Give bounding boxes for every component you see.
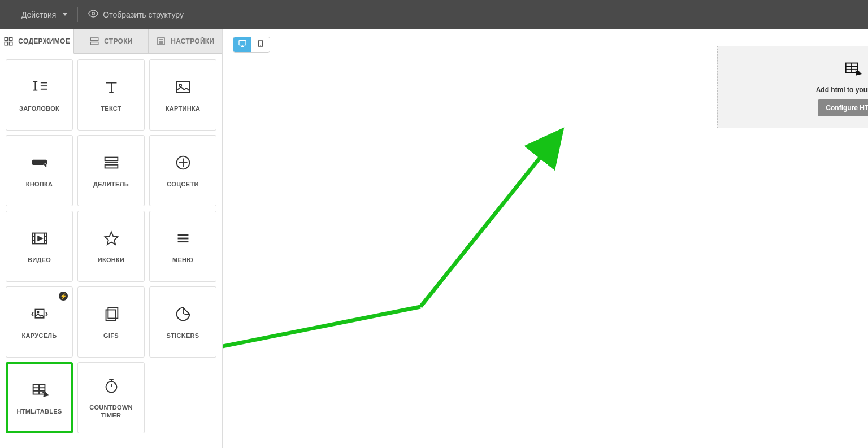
svg-line-54 bbox=[420, 131, 562, 307]
svg-point-41 bbox=[106, 381, 116, 392]
svg-rect-5 bbox=[90, 38, 98, 41]
svg-point-15 bbox=[179, 84, 181, 86]
tile-menu[interactable]: МЕНЮ bbox=[149, 211, 216, 282]
countdown-timer-icon bbox=[102, 376, 121, 395]
tile-social[interactable]: СОЦСЕТИ bbox=[149, 135, 216, 206]
desktop-icon bbox=[238, 39, 247, 50]
chevron-down-icon bbox=[63, 13, 67, 16]
svg-rect-3 bbox=[10, 42, 12, 45]
eye-icon bbox=[88, 8, 98, 20]
stickers-icon bbox=[173, 305, 193, 324]
display-structure-button[interactable]: Отобразить структуру bbox=[78, 0, 194, 29]
tile-stickers-label: STICKERS bbox=[164, 332, 201, 340]
heading-icon bbox=[30, 77, 49, 97]
device-toggle bbox=[233, 37, 270, 53]
tile-stickers[interactable]: STICKERS bbox=[149, 286, 216, 358]
tile-gifs-label: GIFS bbox=[101, 332, 121, 340]
tile-text[interactable]: ТЕКСТ bbox=[77, 59, 145, 131]
content-tiles: ЗАГОЛОВОК ТЕКСТ КАРТИНКА КНОПКА bbox=[0, 54, 222, 439]
svg-rect-1 bbox=[5, 37, 8, 40]
tile-button-label: КНОПКА bbox=[24, 180, 55, 188]
tile-carousel-label: КАРУСЕЛЬ bbox=[20, 332, 59, 340]
tile-carousel[interactable]: ⚡ КАРУСЕЛЬ bbox=[6, 286, 73, 358]
tile-divider[interactable]: ДЕЛИТЕЛЬ bbox=[77, 135, 145, 206]
tile-html-tables[interactable]: HTML/TABLES bbox=[6, 362, 73, 433]
carousel-icon bbox=[30, 305, 49, 324]
html-tables-icon bbox=[30, 380, 49, 399]
image-icon bbox=[173, 77, 193, 97]
grid-icon bbox=[3, 36, 14, 46]
tile-icons-label: ИКОНКИ bbox=[96, 256, 127, 264]
svg-rect-6 bbox=[90, 42, 98, 45]
text-icon bbox=[102, 77, 121, 97]
tile-gifs[interactable]: GIFS bbox=[77, 286, 145, 358]
tile-video-label: ВИДЕО bbox=[25, 256, 53, 264]
svg-point-0 bbox=[92, 12, 95, 15]
tab-content[interactable]: СОДЕРЖИМОЕ bbox=[0, 29, 74, 54]
html-placeholder-block[interactable]: Add html to your letter Configure HTML bbox=[717, 46, 868, 128]
actions-dropdown[interactable]: Действия bbox=[11, 0, 77, 29]
tile-countdown-timer[interactable]: COUNTDOWN TIMER bbox=[77, 362, 145, 433]
svg-rect-17 bbox=[105, 157, 118, 160]
html-tables-icon bbox=[843, 59, 862, 80]
rows-icon bbox=[89, 36, 99, 46]
svg-rect-2 bbox=[10, 37, 12, 40]
tile-icons[interactable]: ИКОНКИ bbox=[77, 211, 145, 282]
tile-countdown-timer-label: COUNTDOWN TIMER bbox=[78, 403, 144, 420]
tile-social-label: СОЦСЕТИ bbox=[164, 180, 201, 188]
svg-rect-19 bbox=[105, 165, 118, 168]
tile-image[interactable]: КАРТИНКА bbox=[149, 59, 216, 131]
tab-rows[interactable]: СТРОКИ bbox=[74, 29, 148, 54]
divider-icon bbox=[102, 153, 121, 172]
tab-settings-label: НАСТРОЙКИ bbox=[171, 37, 214, 45]
tab-settings[interactable]: НАСТРОЙКИ bbox=[149, 29, 222, 54]
social-icon bbox=[173, 153, 193, 172]
svg-rect-14 bbox=[176, 81, 189, 92]
bolt-badge-icon: ⚡ bbox=[59, 292, 68, 301]
tile-heading[interactable]: ЗАГОЛОВОК bbox=[6, 59, 73, 131]
tile-menu-label: МЕНЮ bbox=[170, 256, 196, 264]
star-icon bbox=[102, 229, 121, 248]
button-icon bbox=[30, 153, 49, 172]
gifs-icon bbox=[102, 305, 121, 324]
settings-icon bbox=[156, 36, 166, 46]
tab-content-label: СОДЕРЖИМОЕ bbox=[18, 37, 70, 45]
tile-html-tables-label: HTML/TABLES bbox=[14, 407, 64, 415]
video-icon bbox=[30, 229, 49, 248]
svg-rect-45 bbox=[239, 41, 246, 45]
tile-heading-label: ЗАГОЛОВОК bbox=[17, 105, 62, 112]
display-structure-label: Отобразить структуру bbox=[103, 10, 184, 19]
sidebar-tabs: СОДЕРЖИМОЕ СТРОКИ НАСТРОЙКИ bbox=[0, 29, 222, 54]
mobile-icon bbox=[256, 39, 265, 50]
configure-html-button[interactable]: Configure HTML bbox=[818, 99, 868, 116]
tile-video[interactable]: ВИДЕО bbox=[6, 211, 73, 282]
canvas-area: Add html to your letter Configure HTML bbox=[223, 29, 868, 448]
html-placeholder-text: Add html to your letter bbox=[816, 86, 868, 94]
tab-rows-label: СТРОКИ bbox=[104, 37, 133, 45]
topbar: Действия Отобразить структуру bbox=[0, 0, 868, 29]
sidebar: СОДЕРЖИМОЕ СТРОКИ НАСТРОЙКИ З bbox=[0, 29, 223, 448]
menu-icon bbox=[173, 229, 193, 248]
svg-point-34 bbox=[37, 311, 39, 313]
svg-line-55 bbox=[223, 307, 420, 376]
tile-image-label: КАРТИНКА bbox=[163, 105, 202, 112]
tile-button[interactable]: КНОПКА bbox=[6, 135, 73, 206]
device-mobile-button[interactable] bbox=[251, 37, 270, 52]
device-desktop-button[interactable] bbox=[233, 37, 251, 52]
actions-label: Действия bbox=[21, 10, 56, 19]
svg-rect-33 bbox=[35, 309, 44, 317]
svg-rect-4 bbox=[5, 42, 8, 45]
tile-divider-label: ДЕЛИТЕЛЬ bbox=[91, 180, 131, 188]
tile-text-label: ТЕКСТ bbox=[98, 105, 124, 112]
